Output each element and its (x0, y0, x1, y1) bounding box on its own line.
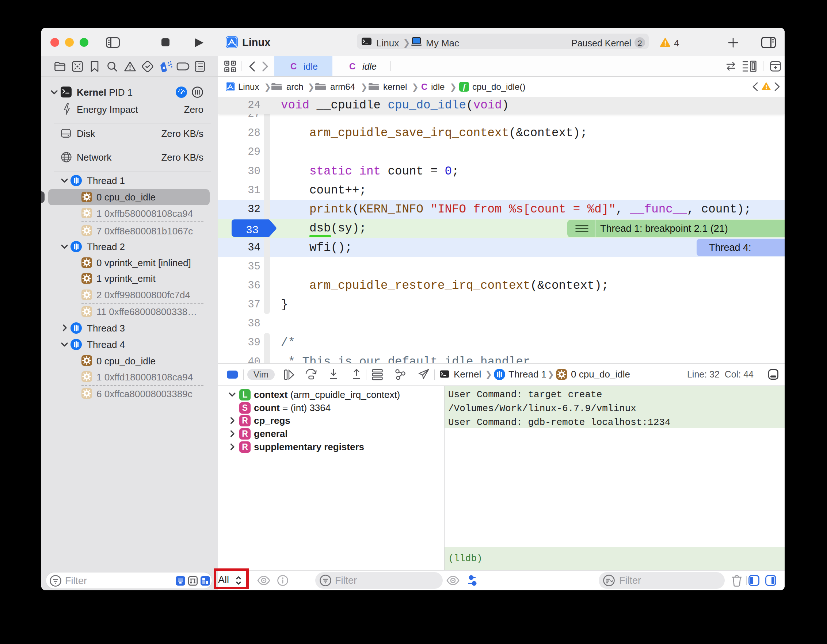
svg-text:33: 33 (246, 224, 259, 236)
